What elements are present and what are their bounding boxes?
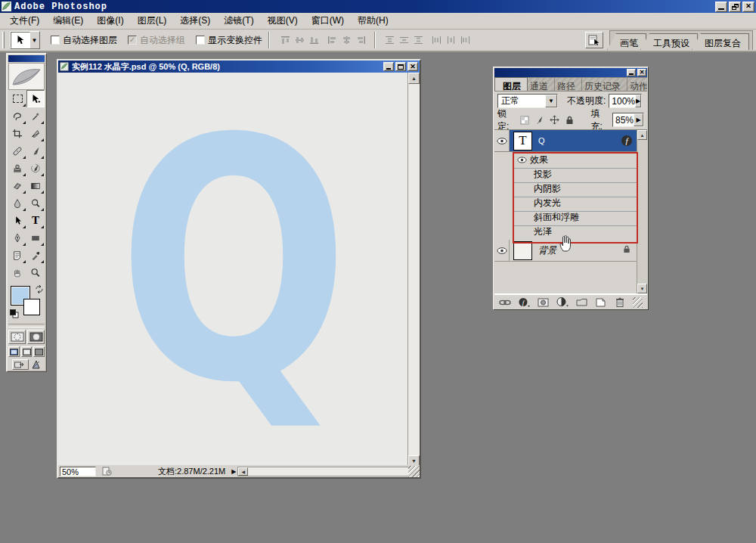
link-layers-icon[interactable] [499, 296, 511, 309]
horizontal-scrollbar[interactable]: ◀ [237, 467, 418, 476]
tool-blur[interactable] [8, 194, 26, 212]
tool-notes[interactable] [8, 247, 26, 264]
scroll-down-button[interactable]: ▼ [637, 284, 647, 293]
tool-gradient[interactable] [26, 177, 45, 194]
zoom-level-field[interactable]: 50% [60, 467, 96, 476]
menu-image[interactable]: 图像(I) [90, 12, 130, 29]
fullscreen-button[interactable] [33, 346, 45, 357]
tool-dropdown-arrow[interactable]: ▼ [30, 32, 39, 48]
minimize-button[interactable] [715, 2, 727, 12]
menu-edit[interactable]: 编辑(E) [46, 12, 90, 29]
lock-pixels-icon[interactable] [534, 115, 545, 126]
distribute-right-icon[interactable] [459, 35, 471, 46]
blend-mode-select[interactable]: 正常 ▼ [497, 94, 558, 108]
visibility-toggle[interactable] [517, 155, 527, 166]
tool-zoom[interactable] [26, 264, 45, 281]
doc-maximize-button[interactable] [395, 62, 406, 71]
palette-titlebar[interactable]: ✕ [494, 68, 647, 77]
palette-minimize-button[interactable] [627, 69, 636, 76]
standard-mode-button[interactable] [8, 330, 26, 344]
scroll-up-button[interactable]: ▲ [408, 73, 420, 84]
menu-filter[interactable]: 滤镜(T) [217, 12, 260, 29]
tool-crop[interactable] [8, 125, 26, 142]
tool-healing-brush[interactable] [8, 142, 26, 160]
distribute-left-icon[interactable] [430, 35, 442, 46]
menu-view[interactable]: 视图(V) [261, 12, 305, 29]
align-top-icon[interactable] [279, 35, 291, 46]
current-tool-button[interactable]: ▼ [10, 31, 40, 49]
quick-mask-mode-button[interactable] [27, 330, 45, 344]
toolbox-drag-bar[interactable] [8, 55, 45, 62]
show-transform-checkbox[interactable]: 显示变换控件 [196, 34, 262, 47]
options-drag-handle[interactable] [2, 32, 5, 48]
app-titlebar[interactable]: Adobe Photoshop ✕ [0, 0, 756, 13]
effect-inner-shadow[interactable]: 内阴影 [494, 182, 638, 196]
effect-bevel-emboss[interactable]: 斜面和浮雕 [494, 210, 638, 225]
menu-help[interactable]: 帮助(H) [351, 12, 395, 29]
background-color-swatch[interactable] [23, 299, 40, 315]
delete-layer-button[interactable] [614, 296, 626, 309]
auto-select-group-checkbox[interactable]: ✓ 自动选择组 [128, 34, 185, 47]
lock-all-icon[interactable] [564, 115, 575, 126]
tool-hand[interactable] [8, 264, 26, 281]
distribute-horizontal-center-icon[interactable] [445, 35, 457, 46]
auto-select-layer-checkbox[interactable]: 自动选择图层 [51, 34, 117, 47]
tool-dodge[interactable] [26, 194, 45, 212]
tool-shape[interactable] [26, 229, 45, 247]
blend-mode-dropdown-arrow[interactable]: ▼ [545, 95, 557, 107]
visibility-toggle[interactable] [494, 130, 510, 151]
doc-close-button[interactable]: ✕ [407, 62, 418, 71]
fullscreen-with-menu-button[interactable] [21, 346, 33, 357]
new-group-button[interactable] [575, 296, 587, 309]
tool-move[interactable] [26, 90, 45, 107]
adjustment-layer-button[interactable] [556, 296, 569, 309]
tab-layers[interactable]: 图层 [494, 77, 528, 91]
menu-layer[interactable]: 图层(L) [131, 12, 174, 29]
tool-path-selection[interactable] [8, 212, 26, 229]
close-button[interactable]: ✕ [742, 2, 754, 12]
effect-drop-shadow[interactable]: 投影 [494, 167, 638, 182]
swap-colors-icon[interactable] [34, 284, 45, 297]
effects-header-row[interactable]: 效果 [494, 153, 638, 167]
tool-pen[interactable] [8, 229, 26, 247]
align-horizontal-center-icon[interactable] [340, 35, 352, 46]
layer-row-q[interactable]: T Q f [494, 130, 638, 152]
tab-history[interactable]: 历史记录 [575, 77, 627, 91]
menu-window[interactable]: 窗口(W) [305, 12, 351, 29]
visibility-toggle[interactable] [494, 240, 510, 261]
palette-close-button[interactable]: ✕ [637, 69, 646, 76]
tool-clone-stamp[interactable] [8, 160, 26, 177]
status-menu-arrow[interactable]: ▶ [231, 468, 236, 475]
fill-field[interactable]: 85% ▶ [612, 113, 644, 127]
tool-slice[interactable] [26, 125, 45, 142]
default-colors-icon[interactable] [10, 309, 19, 321]
new-layer-button[interactable] [595, 296, 607, 309]
align-left-icon[interactable] [326, 35, 338, 46]
menu-file[interactable]: 文件(F) [3, 12, 46, 29]
restore-button[interactable] [729, 2, 741, 12]
window-resize-grip[interactable] [408, 466, 420, 477]
menu-select[interactable]: 选择(S) [173, 12, 217, 29]
scroll-left-button[interactable]: ◀ [238, 467, 248, 476]
align-vertical-center-icon[interactable] [293, 35, 305, 46]
edit-in-imageready-button[interactable] [12, 359, 29, 370]
tool-rectangular-marquee[interactable] [8, 90, 26, 107]
palette-well-tab-brushes[interactable]: 画笔 [607, 33, 646, 50]
tool-brush[interactable] [26, 142, 45, 160]
standard-screen-mode-button[interactable] [8, 346, 20, 357]
go-to-bridge-button[interactable] [585, 32, 603, 48]
fill-slider-arrow[interactable]: ▶ [634, 113, 643, 126]
distribute-top-icon[interactable] [383, 35, 395, 46]
layer-style-button[interactable]: f [518, 296, 530, 309]
layer-thumbnail-text[interactable]: T [513, 132, 532, 150]
tool-type[interactable]: T [26, 212, 45, 229]
tool-lasso[interactable] [8, 107, 26, 125]
tool-magic-wand[interactable] [26, 107, 45, 125]
align-right-icon[interactable] [355, 35, 367, 46]
align-bottom-icon[interactable] [308, 35, 320, 46]
tool-eraser[interactable] [8, 177, 26, 194]
palette-well-tab-tool-presets[interactable]: 工具预设 [640, 33, 698, 50]
layer-name[interactable]: Q [538, 136, 545, 145]
add-layer-mask-button[interactable] [538, 296, 550, 309]
canvas[interactable]: Q [58, 73, 407, 467]
